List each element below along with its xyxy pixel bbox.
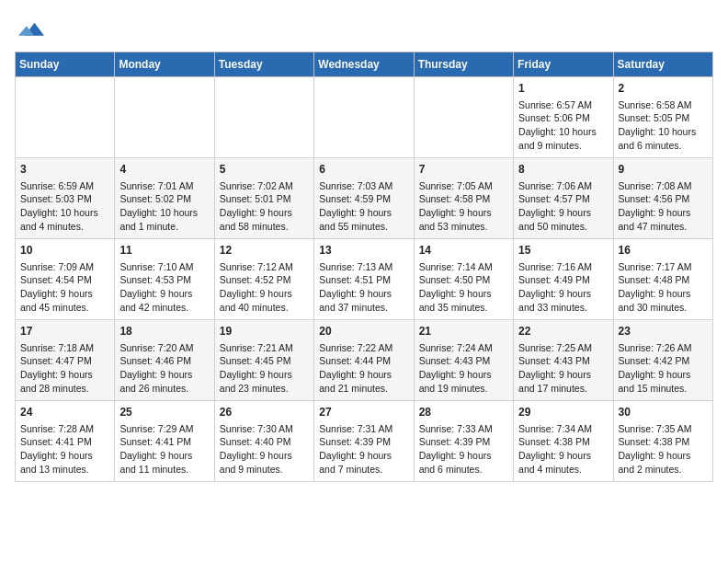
- day-info: Sunrise: 7:03 AM: [319, 179, 408, 193]
- day-info: Daylight: 10 hours and 4 minutes.: [20, 206, 109, 233]
- day-info: Sunrise: 7:35 AM: [619, 422, 708, 436]
- day-info: Daylight: 9 hours and 30 minutes.: [619, 287, 708, 314]
- day-info: Sunset: 4:41 PM: [119, 435, 209, 449]
- day-info: Daylight: 9 hours and 28 minutes.: [20, 368, 109, 395]
- day-info: Sunset: 4:50 PM: [419, 273, 508, 287]
- day-info: Sunset: 4:42 PM: [619, 354, 708, 368]
- calendar-cell: 28Sunrise: 7:33 AMSunset: 4:39 PMDayligh…: [414, 401, 513, 482]
- day-number: 25: [119, 405, 209, 420]
- day-info: Sunset: 4:56 PM: [619, 192, 708, 206]
- calendar-cell: 18Sunrise: 7:20 AMSunset: 4:46 PMDayligh…: [115, 320, 214, 401]
- day-info: Daylight: 9 hours and 42 minutes.: [119, 287, 209, 314]
- weekday-header: Friday: [514, 52, 613, 77]
- calendar-table: SundayMondayTuesdayWednesdayThursdayFrid…: [15, 52, 713, 482]
- day-info: Sunrise: 7:21 AM: [220, 341, 309, 355]
- day-info: Daylight: 9 hours and 19 minutes.: [419, 368, 508, 395]
- day-info: Sunrise: 7:06 AM: [518, 179, 608, 193]
- day-info: Sunset: 4:39 PM: [319, 435, 408, 449]
- day-number: 27: [319, 405, 408, 420]
- day-info: Sunrise: 7:01 AM: [119, 179, 209, 193]
- calendar-cell: 30Sunrise: 7:35 AMSunset: 4:38 PMDayligh…: [613, 401, 712, 482]
- day-info: Daylight: 9 hours and 33 minutes.: [518, 287, 608, 314]
- calendar-cell: 19Sunrise: 7:21 AMSunset: 4:45 PMDayligh…: [214, 320, 313, 401]
- calendar-cell: 27Sunrise: 7:31 AMSunset: 4:39 PMDayligh…: [314, 401, 414, 482]
- day-info: Sunrise: 6:59 AM: [20, 179, 109, 193]
- day-info: Sunrise: 7:17 AM: [619, 260, 708, 274]
- day-info: Sunset: 4:57 PM: [518, 192, 608, 206]
- day-info: Sunrise: 7:26 AM: [619, 341, 708, 355]
- day-info: Sunset: 5:06 PM: [518, 111, 608, 125]
- day-info: Sunset: 4:53 PM: [119, 273, 209, 287]
- day-info: Daylight: 9 hours and 11 minutes.: [119, 449, 209, 476]
- day-info: Sunset: 4:43 PM: [419, 354, 508, 368]
- day-info: Sunset: 4:44 PM: [319, 354, 408, 368]
- calendar-cell: 8Sunrise: 7:06 AMSunset: 4:57 PMDaylight…: [514, 158, 613, 239]
- day-info: Sunset: 5:05 PM: [619, 111, 708, 125]
- day-number: 23: [619, 324, 708, 339]
- calendar-cell: 5Sunrise: 7:02 AMSunset: 5:01 PMDaylight…: [214, 158, 313, 239]
- calendar-cell: [115, 77, 214, 158]
- day-number: 1: [518, 81, 608, 97]
- day-info: Sunrise: 7:22 AM: [319, 341, 408, 355]
- day-number: 9: [619, 162, 708, 178]
- day-info: Sunset: 4:40 PM: [220, 435, 309, 449]
- day-number: 15: [518, 243, 608, 259]
- day-info: Daylight: 10 hours and 1 minute.: [119, 206, 209, 233]
- day-info: Daylight: 9 hours and 23 minutes.: [220, 368, 309, 395]
- day-info: Daylight: 9 hours and 9 minutes.: [220, 449, 309, 476]
- day-number: 28: [419, 405, 508, 420]
- day-info: Sunrise: 7:34 AM: [518, 422, 608, 436]
- day-info: Sunrise: 7:13 AM: [319, 260, 408, 274]
- day-number: 4: [119, 162, 209, 178]
- calendar-cell: 16Sunrise: 7:17 AMSunset: 4:48 PMDayligh…: [613, 239, 712, 320]
- day-info: Sunrise: 7:08 AM: [619, 179, 708, 193]
- day-info: Daylight: 10 hours and 9 minutes.: [518, 125, 608, 152]
- day-number: 13: [319, 243, 408, 259]
- day-info: Daylight: 9 hours and 15 minutes.: [619, 368, 708, 395]
- day-info: Sunset: 4:45 PM: [220, 354, 309, 368]
- calendar-week-row: 1Sunrise: 6:57 AMSunset: 5:06 PMDaylight…: [16, 77, 713, 158]
- day-number: 16: [619, 243, 708, 259]
- day-info: Daylight: 9 hours and 4 minutes.: [518, 449, 608, 476]
- calendar-cell: 4Sunrise: 7:01 AMSunset: 5:02 PMDaylight…: [115, 158, 214, 239]
- day-info: Sunrise: 7:29 AM: [119, 422, 209, 436]
- calendar-cell: 26Sunrise: 7:30 AMSunset: 4:40 PMDayligh…: [214, 401, 313, 482]
- day-info: Daylight: 9 hours and 55 minutes.: [319, 206, 408, 233]
- day-info: Sunset: 5:03 PM: [20, 192, 109, 206]
- logo-icon: [18, 15, 44, 40]
- weekday-header: Tuesday: [214, 52, 313, 77]
- day-info: Sunset: 4:46 PM: [119, 354, 209, 368]
- day-info: Sunset: 5:01 PM: [220, 192, 309, 206]
- calendar-cell: 24Sunrise: 7:28 AMSunset: 4:41 PMDayligh…: [16, 401, 115, 482]
- day-number: 5: [220, 162, 309, 178]
- day-number: 29: [518, 405, 608, 420]
- day-info: Sunset: 4:38 PM: [619, 435, 708, 449]
- day-info: Sunrise: 7:28 AM: [20, 422, 109, 436]
- day-info: Daylight: 9 hours and 35 minutes.: [419, 287, 508, 314]
- day-info: Daylight: 9 hours and 13 minutes.: [20, 449, 109, 476]
- day-info: Sunrise: 7:18 AM: [20, 341, 109, 355]
- day-number: 2: [619, 81, 708, 97]
- weekday-header: Saturday: [613, 52, 712, 77]
- day-info: Sunrise: 7:16 AM: [518, 260, 608, 274]
- calendar-cell: 25Sunrise: 7:29 AMSunset: 4:41 PMDayligh…: [115, 401, 214, 482]
- day-number: 19: [220, 324, 309, 339]
- logo: [15, 15, 44, 40]
- calendar-cell: [16, 77, 115, 158]
- calendar-cell: 20Sunrise: 7:22 AMSunset: 4:44 PMDayligh…: [314, 320, 414, 401]
- day-number: 7: [419, 162, 508, 178]
- weekday-header: Sunday: [16, 52, 115, 77]
- day-info: Sunrise: 7:12 AM: [220, 260, 309, 274]
- day-info: Daylight: 9 hours and 26 minutes.: [119, 368, 209, 395]
- day-info: Sunset: 4:38 PM: [518, 435, 608, 449]
- day-number: 3: [20, 162, 109, 178]
- calendar-cell: [314, 77, 414, 158]
- day-info: Daylight: 9 hours and 50 minutes.: [518, 206, 608, 233]
- weekday-header: Monday: [115, 52, 214, 77]
- calendar-cell: 2Sunrise: 6:58 AMSunset: 5:05 PMDaylight…: [613, 77, 712, 158]
- day-number: 24: [20, 405, 109, 420]
- day-info: Sunrise: 7:33 AM: [419, 422, 508, 436]
- day-info: Sunset: 5:02 PM: [119, 192, 209, 206]
- day-number: 10: [20, 243, 109, 259]
- day-info: Sunrise: 6:58 AM: [619, 98, 708, 112]
